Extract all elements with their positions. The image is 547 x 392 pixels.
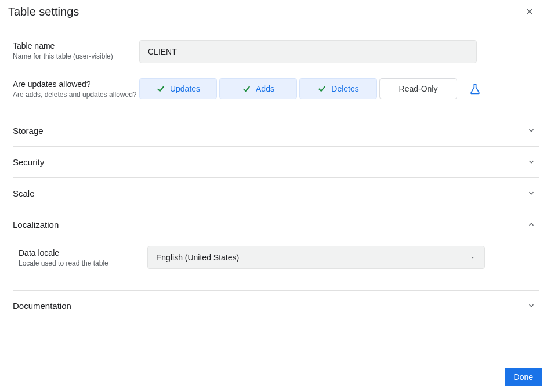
data-locale-label: Data locale [19,248,147,257]
toggle-readonly-label: Read-Only [399,84,438,93]
dialog-content: Table name Name for this table (user-vis… [0,26,547,321]
section-scale-title: Scale [13,188,35,198]
section-security-title: Security [13,157,44,167]
updates-row: Are updates allowed? Are adds, deletes a… [13,78,539,100]
chevron-down-icon [527,158,535,166]
table-name-row: Table name Name for this table (user-vis… [13,40,539,63]
section-storage-title: Storage [13,126,44,136]
chevron-down-icon [527,302,535,310]
close-button[interactable] [521,3,538,20]
data-locale-label-col: Data locale Locale used to read the tabl… [19,246,147,268]
caret-down-icon [469,254,476,261]
data-locale-value: English (United States) [156,253,239,262]
section-localization[interactable]: Localization [13,209,539,240]
table-name-input[interactable] [139,40,477,63]
updates-toggle-group: Updates Adds Deletes Read-Only [139,78,485,99]
toggle-deletes[interactable]: Deletes [299,78,377,99]
check-icon [242,84,251,93]
chevron-down-icon [527,189,535,197]
toggle-updates-label: Updates [170,84,200,93]
check-icon [156,84,165,93]
dialog-header: Table settings [0,0,547,26]
toggle-adds[interactable]: Adds [219,78,297,99]
section-documentation[interactable]: Documentation [13,290,539,321]
table-name-label: Table name [13,41,139,50]
table-name-label-col: Table name Name for this table (user-vis… [13,40,139,61]
toggle-readonly[interactable]: Read-Only [379,78,457,99]
data-locale-help: Locale used to read the table [19,259,147,268]
check-icon [317,84,327,93]
toggle-adds-label: Adds [256,84,274,93]
dialog-title: Table settings [8,5,79,19]
table-name-help: Name for this table (user-visible) [13,52,139,61]
flask-icon [469,83,481,95]
localization-panel: Data locale Locale used to read the tabl… [13,240,539,290]
section-storage[interactable]: Storage [13,115,539,146]
updates-help: Are adds, deletes and updates allowed? [13,90,139,100]
data-locale-row: Data locale Locale used to read the tabl… [19,246,539,269]
section-localization-title: Localization [13,220,59,230]
section-security[interactable]: Security [13,146,539,177]
dialog-footer: Done [0,361,547,392]
section-scale[interactable]: Scale [13,177,539,209]
data-locale-select[interactable]: English (United States) [147,246,485,269]
done-button[interactable]: Done [505,368,542,386]
section-documentation-title: Documentation [13,301,71,311]
chevron-down-icon [527,126,535,135]
toggle-updates[interactable]: Updates [139,78,217,99]
updates-label: Are updates allowed? [13,79,139,89]
close-icon [525,7,534,16]
flask-button[interactable] [465,78,485,99]
chevron-up-icon [527,220,535,228]
updates-label-col: Are updates allowed? Are adds, deletes a… [13,78,139,100]
toggle-deletes-label: Deletes [331,84,358,93]
